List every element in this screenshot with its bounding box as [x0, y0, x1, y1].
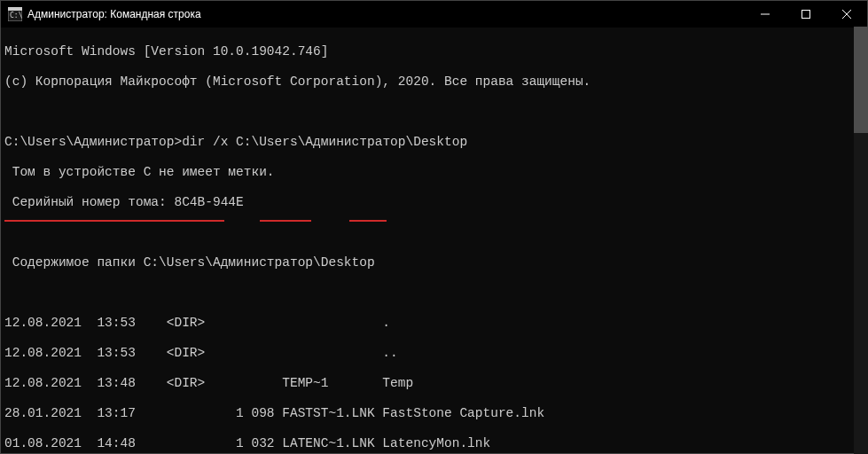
banner-line: Microsoft Windows [Version 10.0.19042.74…	[4, 44, 864, 59]
prompt-line: C:\Users\Администратор>dir /x C:\Users\А…	[4, 135, 864, 150]
dir-row: 12.08.2021 13:53 <DIR> ..	[4, 346, 864, 361]
blank-line	[4, 286, 864, 301]
close-button[interactable]	[826, 1, 867, 27]
window-title: Администратор: Командная строка	[27, 8, 745, 20]
prompt-path: C:\Users\Администратор>	[4, 135, 182, 149]
svg-rect-4	[802, 11, 810, 19]
blank-line	[4, 225, 864, 240]
highlight-underline	[4, 220, 224, 222]
prompt-command: dir /x C:\Users\Администратор\Desktop	[182, 135, 467, 149]
dir-row: 12.08.2021 13:53 <DIR> .	[4, 316, 864, 331]
titlebar[interactable]: C:\ Администратор: Командная строка	[1, 1, 867, 27]
svg-text:C:\: C:\	[10, 12, 22, 20]
volume-line: Том в устройстве C не имеет метки.	[4, 165, 864, 180]
serial-line: Серийный номер тома: 8C4B-944E	[4, 195, 864, 210]
minimize-button[interactable]	[745, 1, 786, 27]
highlight-underline	[260, 220, 311, 222]
window-controls	[745, 1, 867, 27]
scrollbar[interactable]	[854, 27, 868, 454]
banner-line: (c) Корпорация Майкрософт (Microsoft Cor…	[4, 74, 864, 90]
blank-line	[4, 105, 864, 120]
cmd-icon: C:\	[8, 7, 22, 21]
cmd-window: C:\ Администратор: Командная строка Micr…	[0, 0, 868, 454]
svg-rect-1	[8, 7, 22, 11]
dir-row: 01.08.2021 14:48 1 032 LATENC~1.LNK Late…	[4, 436, 864, 451]
dir-row: 12.08.2021 13:48 <DIR> TEMP~1 Temp	[4, 376, 864, 391]
scrollbar-thumb[interactable]	[854, 27, 868, 133]
terminal-output[interactable]: Microsoft Windows [Version 10.0.19042.74…	[1, 27, 867, 453]
maximize-button[interactable]	[786, 1, 826, 27]
dir-row: 28.01.2021 13:17 1 098 FASTST~1.LNK Fast…	[4, 406, 864, 421]
dir-header: Содержимое папки C:\Users\Администратор\…	[4, 255, 864, 270]
highlight-underline	[349, 220, 387, 222]
